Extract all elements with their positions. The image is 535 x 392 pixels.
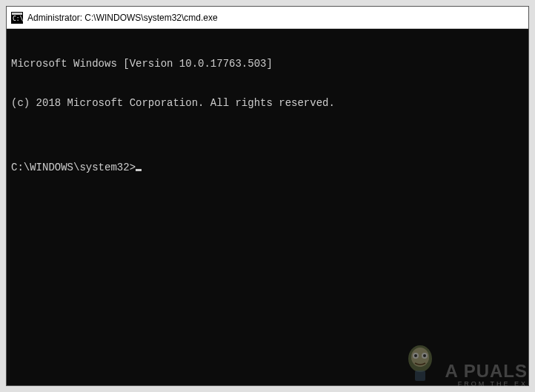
prompt-text: C:\WINDOWS\system32> — [11, 162, 136, 175]
prompt-line: C:\WINDOWS\system32> — [11, 162, 524, 175]
cmd-icon: C:\ — [11, 12, 23, 24]
version-line: Microsoft Windows [Version 10.0.17763.50… — [11, 58, 524, 71]
svg-text:C:\: C:\ — [13, 16, 23, 22]
copyright-line: (c) 2018 Microsoft Corporation. All righ… — [11, 97, 524, 110]
titlebar[interactable]: C:\ Administrator: C:\WINDOWS\system32\c… — [7, 7, 528, 29]
cmd-window: C:\ Administrator: C:\WINDOWS\system32\c… — [6, 6, 529, 386]
terminal-area[interactable]: Microsoft Windows [Version 10.0.17763.50… — [7, 29, 528, 385]
svg-rect-1 — [12, 13, 22, 15]
cursor — [136, 169, 142, 171]
window-title: Administrator: C:\WINDOWS\system32\cmd.e… — [27, 13, 218, 23]
